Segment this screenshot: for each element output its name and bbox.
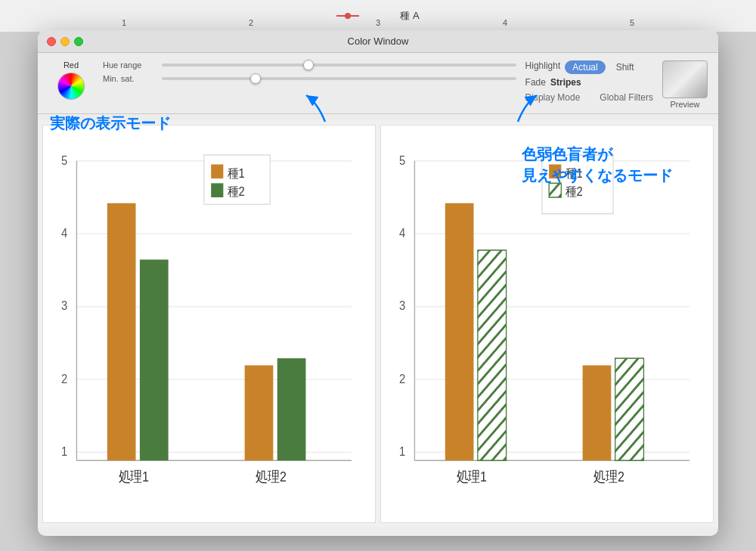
- preview-section: Preview: [662, 60, 708, 109]
- chart-left-svg: 5 4 3 2 1 種1 種2: [46, 132, 372, 519]
- color-name-label: Red: [64, 60, 79, 70]
- svg-text:種1: 種1: [228, 166, 245, 180]
- bar-left-g1-s2: [140, 259, 169, 460]
- color-panel: Red Hue range Min. sat.: [38, 53, 718, 114]
- actual-button[interactable]: Actual: [565, 60, 605, 74]
- min-sat-slider[interactable]: [162, 77, 516, 80]
- svg-text:処理2: 処理2: [593, 469, 624, 484]
- svg-rect-17: [211, 183, 223, 197]
- arrow-actual: [287, 88, 333, 128]
- shift-button[interactable]: Shift: [610, 60, 640, 74]
- hue-range-slider[interactable]: [162, 63, 516, 67]
- bar-left-g2-s1: [245, 365, 274, 460]
- bar-right-g2-s2: [615, 358, 644, 460]
- titlebar: Color Window: [38, 30, 718, 53]
- svg-text:4: 4: [399, 226, 405, 240]
- chart-left: 5 4 3 2 1 種1 種2: [42, 125, 376, 523]
- svg-text:5: 5: [61, 153, 67, 167]
- stripes-label: Stripes: [550, 77, 581, 88]
- svg-text:3: 3: [61, 299, 67, 312]
- hue-range-label: Hue range: [103, 60, 156, 70]
- close-button[interactable]: [47, 37, 56, 46]
- svg-text:1: 1: [399, 444, 405, 458]
- svg-text:4: 4: [61, 226, 67, 240]
- preview-label: Preview: [670, 100, 699, 109]
- bar-left-g1-s1: [107, 203, 136, 460]
- maximize-button[interactable]: [74, 37, 83, 46]
- svg-text:1: 1: [61, 444, 67, 458]
- svg-rect-15: [211, 165, 223, 179]
- bar-left-g2-s2: [277, 358, 306, 460]
- min-sat-label: Min. sat.: [103, 74, 156, 83]
- minimize-button[interactable]: [60, 37, 70, 46]
- annotation-left: 実際の表示モード: [50, 115, 171, 132]
- bar-right-g1-s1: [445, 203, 474, 460]
- svg-text:2: 2: [399, 372, 405, 385]
- arrow-stripes: [510, 88, 556, 128]
- annotation-right-line2: 見えやすくなるモード: [522, 165, 673, 186]
- svg-text:処理2: 処理2: [256, 469, 286, 484]
- global-filters-label: Global Filters: [600, 92, 653, 103]
- color-wheel[interactable]: [57, 73, 85, 100]
- highlight-label: Highlight: [525, 60, 561, 74]
- annotation-right-line1: 色弱色盲者が: [522, 144, 673, 165]
- svg-text:3: 3: [399, 299, 405, 312]
- color-selector[interactable]: Red: [48, 60, 94, 100]
- bar-right-g1-s2: [478, 250, 507, 460]
- preview-box: [662, 60, 708, 98]
- fade-label: Fade: [525, 77, 546, 88]
- svg-text:種2: 種2: [228, 185, 245, 199]
- svg-text:処理1: 処理1: [457, 469, 487, 484]
- window-title: Color Window: [348, 36, 409, 47]
- color-window: Color Window Red Hue range Min. sat.: [38, 30, 718, 536]
- svg-text:種2: 種2: [565, 185, 583, 199]
- svg-text:処理1: 処理1: [119, 469, 149, 484]
- chart-right-svg: 5 4 3 2 1 種1 種2: [384, 132, 710, 519]
- svg-text:5: 5: [399, 153, 405, 167]
- sliders-group: Hue range Min. sat.: [103, 60, 516, 83]
- svg-text:2: 2: [61, 372, 67, 385]
- bar-right-g2-s1: [583, 365, 612, 460]
